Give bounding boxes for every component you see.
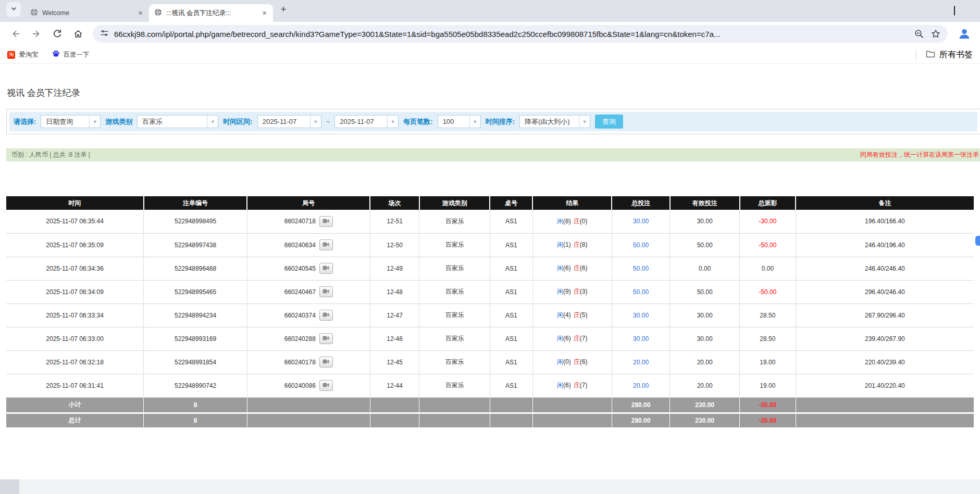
close-icon[interactable]: ✕ (136, 9, 145, 18)
cell-game: 百家乐 (419, 280, 490, 303)
bookmark-baidu[interactable]: 百度一下 (52, 50, 90, 59)
cell-session: 12-51 (370, 210, 419, 233)
cell-valid-bet: 20.00 (670, 374, 740, 397)
video-camera-icon (322, 335, 329, 343)
round-replay-button[interactable] (319, 380, 333, 391)
round-replay-button[interactable] (319, 286, 333, 297)
bookmark-label: 百度一下 (64, 50, 90, 59)
cell-payout: 28.50 (740, 303, 796, 327)
cell-time: 2025-11-07 06:34:36 (6, 257, 144, 280)
cell-note: 267.90/296.40 (796, 303, 974, 327)
table-row: 2025-11-07 06:31:41 522948990742 6602400… (6, 374, 974, 397)
cell-game: 百家乐 (419, 327, 490, 350)
table-row: 2025-11-07 06:34:36 522948996468 6602405… (6, 257, 974, 280)
round-replay-button[interactable] (319, 310, 333, 321)
total-bet-link[interactable]: 30.00 (633, 218, 649, 225)
round-replay-button[interactable] (319, 333, 333, 344)
sort-select[interactable]: 降幂(由大到小) ▼ (519, 115, 590, 128)
video-camera-icon (322, 218, 329, 225)
close-icon[interactable]: ✕ (260, 9, 269, 18)
cell-round: 660240086 (247, 374, 370, 397)
cell-round: 660240288 (247, 327, 370, 350)
tab-search-button[interactable] (6, 2, 21, 17)
total-bet-link[interactable]: 50.00 (633, 242, 649, 249)
cell-total-bet: 50.00 (612, 280, 669, 303)
cell-note: 246.40/246.40 (796, 257, 974, 280)
cell-valid-bet: 50.00 (670, 233, 740, 257)
video-camera-icon (322, 382, 329, 389)
zoom-out-icon[interactable] (914, 29, 924, 39)
site-info-icon[interactable] (100, 29, 109, 40)
total-bet-link[interactable]: 30.00 (633, 312, 649, 319)
col-note: 备注 (796, 196, 974, 210)
cell-table-no: AS1 (490, 233, 532, 257)
all-bookmarks[interactable]: 所有书签 (916, 49, 973, 60)
maximize-icon[interactable] (954, 6, 955, 16)
cell-result: 闲(8)庄(0) (532, 210, 612, 233)
date-from-input[interactable]: 2025-11-07 ▼ (257, 115, 321, 128)
forward-icon[interactable] (29, 26, 44, 42)
video-camera-icon (322, 358, 329, 366)
cell-payout: 19.00 (740, 374, 796, 397)
total-bet-link[interactable]: 50.00 (633, 288, 649, 296)
game-type-select[interactable]: 百家乐 ▼ (137, 115, 218, 128)
round-replay-button[interactable] (319, 357, 333, 368)
cell-bet-id: 522948997438 (144, 233, 247, 257)
cell-total-bet: 50.00 (612, 257, 669, 280)
cell-time: 2025-11-07 06:35:44 (6, 210, 144, 233)
address-bar[interactable]: 66cxkj98.com/ipl/portal.php/game/betreco… (93, 25, 948, 43)
cell-game: 百家乐 (419, 257, 490, 280)
page-content: 视讯 会员下注纪录 请选择: 日期查询 ▼ 游戏类别 百家乐 ▼ 时间区间: 2… (0, 64, 980, 475)
chevron-down-icon: ▼ (579, 116, 590, 128)
total-bet-link[interactable]: 30.00 (633, 335, 649, 343)
cell-round: 660240545 (247, 257, 370, 280)
all-bookmarks-label: 所有书签 (939, 49, 973, 60)
time-range-label: 时间区间: (223, 117, 252, 126)
cell-session: 12-46 (370, 327, 419, 350)
cell-table-no: AS1 (490, 280, 532, 303)
cell-note: 239.40/267.90 (796, 327, 974, 350)
cell-round: 660240374 (247, 303, 370, 327)
total-bet-link[interactable]: 20.00 (633, 359, 649, 366)
scroll-indicator[interactable] (975, 236, 980, 246)
col-session: 场次 (370, 196, 419, 210)
total-label: 总计 (6, 413, 144, 427)
tab-betrecord[interactable]: :::视讯 会员下注纪录::: ✕ (149, 4, 273, 22)
new-tab-button[interactable]: + (276, 2, 291, 17)
cell-result: 闲(0)庄(6) (532, 350, 612, 374)
query-button[interactable]: 查询 (595, 115, 623, 129)
per-page-select[interactable]: 100 ▼ (438, 115, 481, 128)
cell-result: 闲(4)庄(5) (532, 303, 612, 327)
subtotal-valid-bet: 230.00 (670, 397, 740, 413)
cell-payout: 28.50 (740, 327, 796, 350)
round-replay-button[interactable] (319, 239, 333, 250)
tab-welcome[interactable]: Welcome ✕ (25, 4, 149, 22)
cell-note: 246.40/196.40 (796, 233, 974, 257)
date-to-input[interactable]: 2025-11-07 ▼ (334, 115, 399, 128)
url-text[interactable]: 66cxkj98.com/ipl/portal.php/game/betreco… (114, 30, 907, 39)
round-replay-button[interactable] (319, 263, 333, 274)
back-icon[interactable] (8, 26, 23, 42)
divider (916, 49, 916, 60)
cell-payout: 0.00 (740, 257, 796, 280)
star-icon[interactable] (931, 29, 940, 39)
round-replay-button[interactable] (319, 216, 333, 227)
cell-result: 闲(6)庄(6) (532, 257, 612, 280)
bookmark-aitaobao[interactable]: 淘 爱淘宝 (7, 50, 39, 59)
col-game: 游戏类别 (419, 196, 490, 210)
globe-icon (30, 8, 38, 18)
total-bet-link[interactable]: 20.00 (633, 382, 649, 389)
filter-strip: 请选择: 日期查询 ▼ 游戏类别 百家乐 ▼ 时间区间: 2025-11-07 … (9, 112, 977, 131)
cell-session: 12-47 (370, 303, 419, 327)
total-total-bet: 280.00 (612, 413, 669, 427)
tab-title: :::视讯 会员下注纪录::: (166, 9, 256, 18)
subtotal-count: 8 (144, 397, 247, 413)
col-payout: 总派彩 (740, 196, 796, 210)
cell-time: 2025-11-07 06:32:18 (6, 350, 144, 374)
home-icon[interactable] (70, 26, 86, 42)
cell-table-no: AS1 (490, 327, 532, 350)
total-bet-link[interactable]: 50.00 (633, 265, 649, 272)
reload-icon[interactable] (49, 26, 65, 42)
query-type-select[interactable]: 日期查询 ▼ (41, 115, 101, 128)
profile-icon[interactable] (957, 26, 972, 42)
